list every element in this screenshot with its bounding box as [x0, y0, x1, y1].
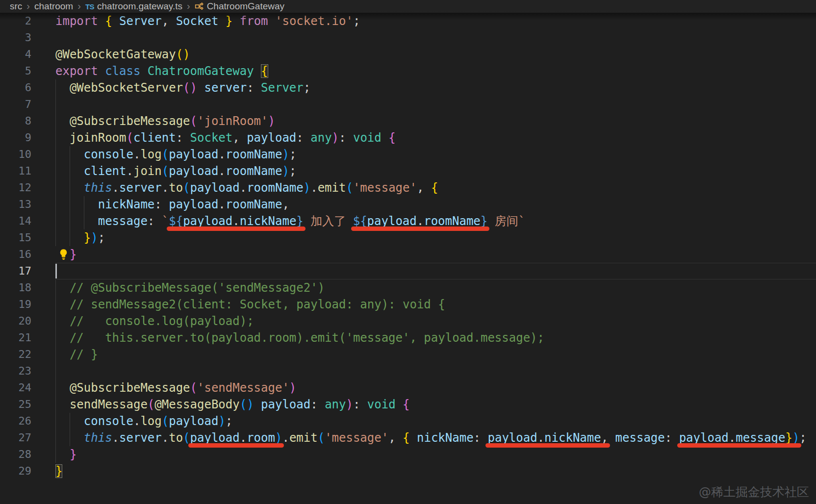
code-line[interactable]: 27 this.server.to(payload.room).emit('me…: [0, 429, 816, 446]
code-token: {: [261, 64, 268, 78]
code-line[interactable]: 15 });: [0, 229, 816, 246]
breadcrumb-separator-icon: ›: [77, 0, 81, 12]
code-token: [55, 198, 98, 211]
code-token: payload: [190, 431, 240, 445]
code-line[interactable]: 7: [0, 96, 816, 113]
code-token: [112, 14, 119, 28]
code-token: payload: [487, 431, 537, 445]
lightbulb-icon[interactable]: [58, 248, 70, 261]
code-token: roomName: [247, 181, 304, 195]
code-token: :: [176, 131, 190, 145]
code-line[interactable]: 23: [0, 363, 816, 379]
code-line[interactable]: 21 // this.server.to(payload.room).emit(…: [0, 329, 816, 346]
code-token: log: [140, 148, 161, 161]
breadcrumb-item-chatroom-gateway-ts[interactable]: TSchatroom.gateway.ts: [85, 1, 182, 12]
code-line[interactable]: 14 message: `${payload.nickName} 加入了 ${p…: [0, 213, 816, 229]
line-number[interactable]: 5: [0, 63, 55, 79]
line-number[interactable]: 7: [0, 96, 55, 113]
code-line[interactable]: 3: [0, 29, 816, 46]
line-number[interactable]: 23: [0, 363, 55, 379]
line-number[interactable]: 4: [0, 46, 55, 63]
code-content: [55, 263, 816, 279]
code-line[interactable]: 29}: [0, 463, 816, 479]
line-number[interactable]: 24: [0, 379, 55, 396]
line-number[interactable]: 21: [0, 329, 55, 346]
code-token: [410, 431, 417, 445]
code-content: console.log(payload);: [55, 413, 816, 429]
code-token: .: [218, 198, 225, 211]
code-token: ;: [289, 164, 296, 178]
code-line[interactable]: 22 // }: [0, 346, 816, 363]
code-line[interactable]: 24 @SubscribeMessage('sendMessage'): [0, 379, 816, 396]
line-number[interactable]: 12: [0, 179, 55, 196]
line-number[interactable]: 9: [0, 129, 55, 146]
code-token: .: [282, 431, 289, 445]
code-line[interactable]: 11 client.join(payload.roomName);: [0, 163, 816, 179]
line-number[interactable]: 25: [0, 396, 55, 413]
line-number[interactable]: 10: [0, 146, 55, 163]
breadcrumb-separator-icon: ›: [26, 0, 30, 12]
code-token: payload: [169, 414, 218, 428]
code-token: payload: [261, 398, 310, 411]
line-number[interactable]: 29: [0, 463, 55, 479]
code-line[interactable]: 9 joinRoom(client: Socket, payload: any)…: [0, 129, 816, 146]
code-token: payload: [169, 148, 218, 161]
code-token: ;: [799, 431, 806, 445]
breadcrumb-item-chatroom[interactable]: chatroom: [34, 1, 73, 12]
code-token: [55, 431, 84, 445]
code-token: // this.server.to(payload.room).emit('me…: [70, 331, 544, 345]
code-token: 'sendMessage': [197, 381, 289, 395]
code-token: any: [310, 131, 332, 145]
breadcrumb-item-src[interactable]: src: [10, 1, 22, 12]
code-content: this.server.to(payload.roomName).emit('m…: [55, 179, 816, 196]
code-line[interactable]: 20 // console.log(payload);: [0, 313, 816, 329]
breadcrumb-item-chatroomgateway[interactable]: ChatroomGateway: [195, 1, 284, 12]
code-token: // @SubscribeMessage('sendMessage2'): [70, 281, 325, 295]
line-number[interactable]: 26: [0, 413, 55, 429]
code-line[interactable]: 26 console.log(payload);: [0, 413, 816, 429]
line-number[interactable]: 11: [0, 163, 55, 179]
code-line[interactable]: 4@WebSocketGateway(): [0, 46, 816, 63]
code-line[interactable]: 13 nickName: payload.roomName,: [0, 196, 816, 213]
code-token: (: [127, 131, 133, 145]
code-line[interactable]: 5export class ChatroomGateway {: [0, 63, 816, 79]
line-number[interactable]: 6: [0, 79, 55, 96]
code-token: ,: [388, 431, 403, 445]
code-content: }: [55, 246, 816, 263]
code-content: @SubscribeMessage('joinRoom'): [55, 113, 816, 129]
code-content: });: [55, 229, 816, 246]
line-number[interactable]: 16: [0, 246, 55, 263]
code-line[interactable]: 28 }: [0, 446, 816, 463]
code-token: ): [792, 431, 799, 445]
code-content: sendMessage(@MessageBody() payload: any)…: [55, 396, 816, 413]
line-number[interactable]: 8: [0, 113, 55, 129]
code-content: // }: [55, 346, 816, 363]
line-number[interactable]: 27: [0, 429, 55, 446]
code-token: (: [318, 431, 325, 445]
line-number[interactable]: 13: [0, 196, 55, 213]
code-line[interactable]: 10 console.log(payload.roomName);: [0, 146, 816, 163]
code-line[interactable]: 6 @WebSocketServer() server: Server;: [0, 79, 816, 96]
code-line[interactable]: 8 @SubscribeMessage('joinRoom'): [0, 113, 816, 129]
code-line[interactable]: 16 }: [0, 246, 816, 263]
line-number[interactable]: 22: [0, 346, 55, 363]
code-line[interactable]: 25 sendMessage(@MessageBody() payload: a…: [0, 396, 816, 413]
code-content: @WebSocketGateway(): [55, 46, 816, 63]
code-token: Server: [261, 81, 304, 95]
code-line[interactable]: 12 this.server.to(payload.roomName).emit…: [0, 179, 816, 196]
line-number[interactable]: 20: [0, 313, 55, 329]
code-line[interactable]: 17: [0, 263, 816, 279]
line-number[interactable]: 17: [0, 263, 55, 279]
code-token: .: [240, 181, 247, 195]
line-number[interactable]: 3: [0, 29, 55, 46]
line-number[interactable]: 28: [0, 446, 55, 463]
code-line[interactable]: 18 // @SubscribeMessage('sendMessage2'): [0, 279, 816, 296]
line-number[interactable]: 14: [0, 213, 55, 229]
code-line[interactable]: 2import { Server, Socket } from 'socket.…: [0, 13, 816, 29]
line-number[interactable]: 15: [0, 229, 55, 246]
line-number[interactable]: 2: [0, 13, 55, 29]
line-number[interactable]: 18: [0, 279, 55, 296]
breadcrumb: src›chatroom›TSchatroom.gateway.ts›Chatr…: [0, 0, 816, 13]
code-line[interactable]: 19 // sendMessage2(client: Socket, paylo…: [0, 296, 816, 313]
line-number[interactable]: 19: [0, 296, 55, 313]
